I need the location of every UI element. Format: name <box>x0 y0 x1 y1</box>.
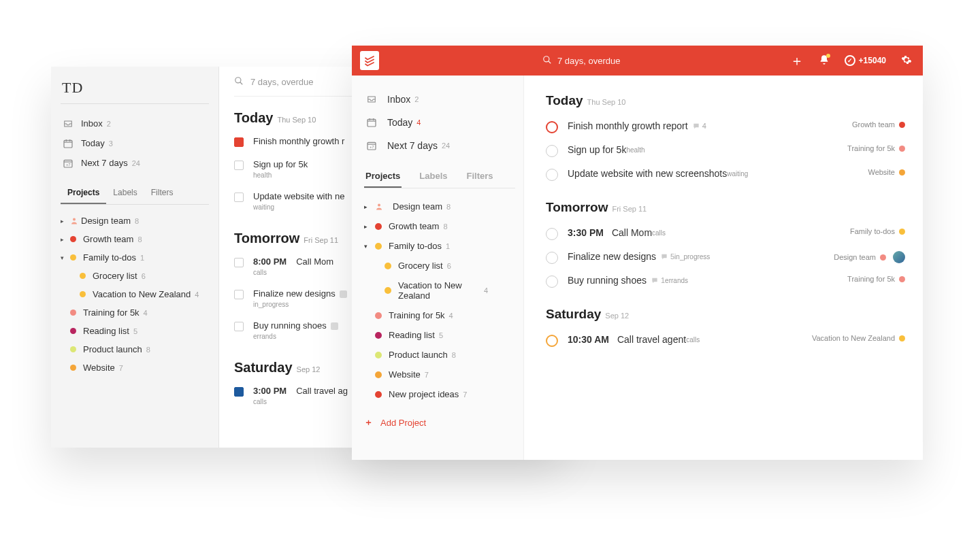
task-checkbox[interactable] <box>546 228 558 240</box>
new-project-item[interactable]: Reading list5 <box>364 325 515 345</box>
old-tabs: ProjectsLabelsFilters <box>61 182 209 205</box>
new-tab-labels[interactable]: Labels <box>418 165 448 188</box>
task-checkbox[interactable] <box>234 290 244 299</box>
project-color-dot <box>385 287 391 294</box>
topbar: 7 days, overdue ＋ ✓ +15040 <box>352 46 923 76</box>
new-project-item[interactable]: ▾Family to-dos1 <box>364 236 515 256</box>
svg-point-8 <box>235 78 241 83</box>
old-project-item[interactable]: Reading list5 <box>61 322 209 340</box>
old-nav-inbox[interactable]: Inbox2 <box>61 114 209 133</box>
old-project-item[interactable]: Grocery list6 <box>61 267 209 285</box>
comment-count[interactable]: 1 <box>651 275 665 286</box>
add-project-button[interactable]: ＋ Add Project <box>364 410 515 435</box>
new-section-header: TomorrowFri Sep 11 <box>546 200 905 215</box>
project-color-dot <box>375 391 382 398</box>
search-icon <box>234 76 244 88</box>
task-project-label[interactable]: Design team <box>834 251 905 263</box>
old-project-item[interactable]: Website7 <box>61 358 209 377</box>
project-color-dot <box>80 291 86 297</box>
old-project-item[interactable]: Product launch8 <box>61 340 209 358</box>
karma-score[interactable]: ✓ +15040 <box>845 55 886 66</box>
new-project-item[interactable]: Website7 <box>364 365 515 384</box>
old-nav-next-7-days[interactable]: +7 Next 7 days24 <box>61 153 209 173</box>
old-project-item[interactable]: ▸Growth team8 <box>61 230 209 248</box>
task-checkbox[interactable] <box>546 276 558 288</box>
task-project-label[interactable]: Vacation to New Zealand <box>812 334 905 342</box>
app-logo[interactable] <box>360 51 379 70</box>
new-project-item[interactable]: Vacation to New Zealand4 <box>364 276 515 305</box>
new-project-item[interactable]: ▸Design team8 <box>364 197 515 216</box>
new-project-item[interactable]: Training for 5k4 <box>364 305 515 325</box>
old-project-item[interactable]: ▸Design team8 <box>61 212 209 230</box>
assignee-avatar[interactable] <box>893 251 905 263</box>
old-tab-filters[interactable]: Filters <box>144 182 180 204</box>
new-task-row[interactable]: Finish monthly growth report 4 Growth te… <box>546 115 905 139</box>
new-nav-next-7-days[interactable]: +7 Next 7 days24 <box>364 134 515 157</box>
quick-add-button[interactable]: ＋ <box>790 52 804 70</box>
task-checkbox[interactable] <box>234 258 244 267</box>
new-main: TodayThu Sep 10 Finish monthly growth re… <box>524 76 923 460</box>
old-project-item[interactable]: ▾Family to-dos1 <box>61 248 209 267</box>
task-checkbox[interactable] <box>546 169 558 181</box>
old-tab-labels[interactable]: Labels <box>106 182 144 204</box>
task-checkbox[interactable] <box>546 121 558 133</box>
today-icon <box>365 117 379 128</box>
task-checkbox[interactable] <box>234 322 244 331</box>
new-project-item[interactable]: Grocery list6 <box>364 256 515 276</box>
new-nav-inbox[interactable]: Inbox2 <box>364 88 515 111</box>
project-color-dot <box>70 236 76 242</box>
svg-text:+7: +7 <box>66 163 70 167</box>
task-checkbox[interactable] <box>546 335 558 347</box>
new-task-row[interactable]: 10:30 AMCall travel agent calls Vacation… <box>546 329 905 352</box>
old-project-item[interactable]: Training for 5k4 <box>61 303 209 322</box>
svg-point-10 <box>544 56 549 61</box>
project-color-dot <box>899 229 905 235</box>
project-color-dot <box>899 146 905 152</box>
new-nav-today[interactable]: Today4 <box>364 111 515 134</box>
svg-rect-12 <box>368 119 376 127</box>
topbar-search[interactable]: 7 days, overdue <box>542 55 621 67</box>
project-color-dot <box>385 263 391 269</box>
old-project-item[interactable]: Vacation to New Zealand4 <box>61 285 209 303</box>
notifications-icon[interactable] <box>819 54 830 67</box>
task-project-label[interactable]: Training for 5k <box>847 275 905 283</box>
inbox-icon <box>365 95 379 104</box>
task-checkbox[interactable] <box>546 145 558 157</box>
new-tab-projects[interactable]: Projects <box>364 165 402 188</box>
new-task-row[interactable]: Sign up for 5k health Training for 5k <box>546 139 905 163</box>
task-checkbox[interactable] <box>234 387 244 397</box>
task-checkbox[interactable] <box>546 252 558 264</box>
old-nav-today[interactable]: Today3 <box>61 133 209 153</box>
task-checkbox[interactable] <box>234 161 244 170</box>
svg-text:+7: +7 <box>370 145 374 149</box>
task-project-label[interactable]: Family to-dos <box>850 227 905 235</box>
project-color-dot <box>899 122 905 128</box>
task-checkbox[interactable] <box>234 193 244 202</box>
next7-icon: +7 <box>365 140 379 151</box>
person-icon <box>375 203 386 211</box>
new-task-row[interactable]: Update website with new screenshots wait… <box>546 163 905 186</box>
chevron-icon: ▾ <box>61 254 67 261</box>
task-checkbox[interactable] <box>234 137 244 147</box>
comment-count[interactable]: 5 <box>660 251 674 262</box>
new-project-item[interactable]: New project ideas7 <box>364 384 515 404</box>
svg-point-7 <box>73 218 76 220</box>
new-project-item[interactable]: ▸Growth team8 <box>364 216 515 236</box>
task-project-label[interactable]: Website <box>868 168 905 176</box>
person-icon <box>70 217 81 225</box>
old-tab-projects[interactable]: Projects <box>61 182 106 204</box>
task-project-label[interactable]: Growth team <box>852 120 905 129</box>
project-color-dot <box>375 352 382 358</box>
karma-icon: ✓ <box>845 55 855 66</box>
settings-icon[interactable] <box>901 54 912 67</box>
new-task-row[interactable]: Buy running shoes 1 errands Training for… <box>546 269 905 293</box>
comment-icon <box>331 322 338 330</box>
new-task-row[interactable]: 3:30 PMCall Mom calls Family to-dos <box>546 222 905 246</box>
new-task-row[interactable]: Finalize new designs 5 in_progress Desig… <box>546 246 905 269</box>
new-tab-filters[interactable]: Filters <box>466 165 495 188</box>
project-color-dot <box>70 346 76 352</box>
task-project-label[interactable]: Training for 5k <box>847 144 905 152</box>
new-app-window: 7 days, overdue ＋ ✓ +15040 Inbox2 Today4… <box>352 46 923 460</box>
new-project-item[interactable]: Product launch8 <box>364 345 515 365</box>
comment-count[interactable]: 4 <box>692 120 706 131</box>
